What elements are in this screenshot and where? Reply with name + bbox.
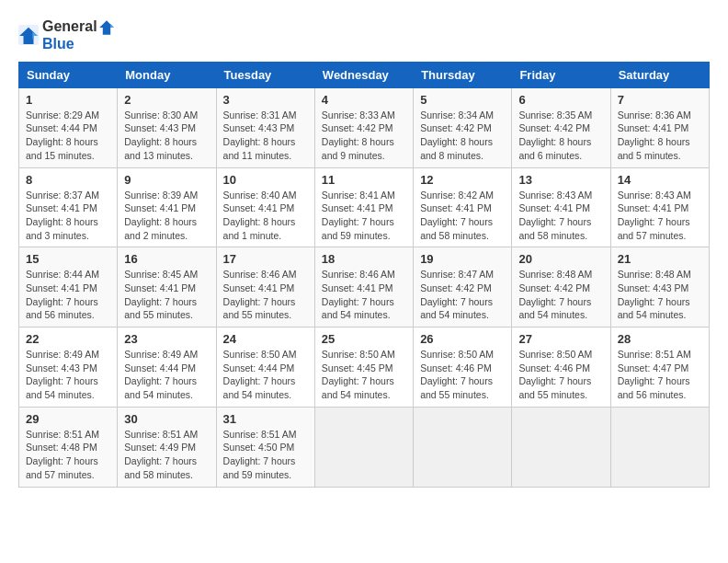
day-number: 12 (420, 173, 505, 187)
calendar-cell: 25Sunrise: 8:50 AMSunset: 4:45 PMDayligh… (314, 327, 413, 408)
calendar-cell: 27Sunrise: 8:50 AMSunset: 4:46 PMDayligh… (512, 327, 610, 408)
day-detail: Sunrise: 8:48 AMSunset: 4:42 PMDaylight:… (518, 268, 603, 322)
weekday-header-row: SundayMondayTuesdayWednesdayThursdayFrid… (19, 62, 710, 87)
day-number: 18 (322, 252, 406, 266)
calendar-cell: 1Sunrise: 8:29 AMSunset: 4:44 PMDaylight… (19, 87, 118, 167)
day-number: 9 (124, 173, 209, 187)
logo-text: GeneralBlue (42, 18, 116, 52)
day-number: 26 (420, 332, 505, 346)
calendar-week-3: 15Sunrise: 8:44 AMSunset: 4:41 PMDayligh… (19, 247, 710, 327)
weekday-header-tuesday: Tuesday (216, 62, 314, 87)
day-number: 16 (124, 252, 209, 266)
calendar-cell: 6Sunrise: 8:35 AMSunset: 4:42 PMDaylight… (512, 87, 610, 167)
calendar-cell (610, 407, 709, 487)
calendar-cell: 18Sunrise: 8:46 AMSunset: 4:41 PMDayligh… (314, 247, 413, 327)
day-detail: Sunrise: 8:46 AMSunset: 4:41 PMDaylight:… (223, 268, 308, 322)
weekday-header-wednesday: Wednesday (314, 62, 413, 87)
day-number: 15 (26, 252, 110, 266)
calendar-cell: 10Sunrise: 8:40 AMSunset: 4:41 PMDayligh… (216, 167, 314, 247)
calendar-cell: 7Sunrise: 8:36 AMSunset: 4:41 PMDaylight… (610, 87, 709, 167)
day-detail: Sunrise: 8:37 AMSunset: 4:41 PMDaylight:… (26, 189, 110, 243)
day-detail: Sunrise: 8:49 AMSunset: 4:43 PMDaylight:… (26, 348, 110, 402)
day-number: 31 (223, 412, 308, 426)
day-number: 2 (124, 93, 209, 107)
day-number: 23 (124, 332, 209, 346)
day-number: 7 (618, 93, 702, 107)
day-detail: Sunrise: 8:42 AMSunset: 4:41 PMDaylight:… (420, 189, 505, 243)
day-number: 20 (518, 252, 603, 266)
day-number: 3 (223, 93, 308, 107)
calendar-cell: 30Sunrise: 8:51 AMSunset: 4:49 PMDayligh… (118, 407, 216, 487)
day-number: 21 (618, 252, 702, 266)
logo: GeneralBlue (18, 18, 116, 52)
day-detail: Sunrise: 8:50 AMSunset: 4:45 PMDaylight:… (322, 348, 406, 402)
day-detail: Sunrise: 8:35 AMSunset: 4:42 PMDaylight:… (518, 109, 603, 163)
weekday-header-monday: Monday (118, 62, 216, 87)
day-number: 4 (322, 93, 406, 107)
logo-icon (18, 25, 39, 45)
day-detail: Sunrise: 8:31 AMSunset: 4:43 PMDaylight:… (223, 109, 308, 163)
calendar-cell: 4Sunrise: 8:33 AMSunset: 4:42 PMDaylight… (314, 87, 413, 167)
calendar-cell: 21Sunrise: 8:48 AMSunset: 4:43 PMDayligh… (610, 247, 709, 327)
day-number: 25 (322, 332, 406, 346)
calendar-week-4: 22Sunrise: 8:49 AMSunset: 4:43 PMDayligh… (19, 327, 710, 408)
calendar-table: SundayMondayTuesdayWednesdayThursdayFrid… (18, 62, 710, 488)
calendar-cell (414, 407, 512, 487)
day-detail: Sunrise: 8:46 AMSunset: 4:41 PMDaylight:… (322, 268, 406, 322)
day-detail: Sunrise: 8:50 AMSunset: 4:46 PMDaylight:… (420, 348, 505, 402)
day-detail: Sunrise: 8:51 AMSunset: 4:50 PMDaylight:… (223, 428, 308, 482)
calendar-cell: 31Sunrise: 8:51 AMSunset: 4:50 PMDayligh… (216, 407, 314, 487)
day-detail: Sunrise: 8:51 AMSunset: 4:48 PMDaylight:… (26, 428, 110, 482)
calendar-cell: 2Sunrise: 8:30 AMSunset: 4:43 PMDaylight… (118, 87, 216, 167)
day-detail: Sunrise: 8:48 AMSunset: 4:43 PMDaylight:… (618, 268, 702, 322)
day-detail: Sunrise: 8:47 AMSunset: 4:42 PMDaylight:… (420, 268, 505, 322)
svg-marker-4 (110, 24, 114, 30)
weekday-header-friday: Friday (512, 62, 610, 87)
calendar-cell: 3Sunrise: 8:31 AMSunset: 4:43 PMDaylight… (216, 87, 314, 167)
calendar-cell: 24Sunrise: 8:50 AMSunset: 4:44 PMDayligh… (216, 327, 314, 408)
day-detail: Sunrise: 8:51 AMSunset: 4:49 PMDaylight:… (124, 428, 209, 482)
calendar-cell: 9Sunrise: 8:39 AMSunset: 4:41 PMDaylight… (118, 167, 216, 247)
day-number: 8 (26, 173, 110, 187)
calendar-cell: 13Sunrise: 8:43 AMSunset: 4:41 PMDayligh… (512, 167, 610, 247)
calendar-cell: 11Sunrise: 8:41 AMSunset: 4:41 PMDayligh… (314, 167, 413, 247)
day-detail: Sunrise: 8:41 AMSunset: 4:41 PMDaylight:… (322, 189, 406, 243)
header: GeneralBlue (18, 18, 710, 52)
day-number: 28 (618, 332, 702, 346)
day-detail: Sunrise: 8:36 AMSunset: 4:41 PMDaylight:… (618, 109, 702, 163)
weekday-header-saturday: Saturday (610, 62, 709, 87)
day-detail: Sunrise: 8:43 AMSunset: 4:41 PMDaylight:… (518, 189, 603, 243)
day-detail: Sunrise: 8:49 AMSunset: 4:44 PMDaylight:… (124, 348, 209, 402)
day-detail: Sunrise: 8:50 AMSunset: 4:44 PMDaylight:… (223, 348, 308, 402)
day-number: 10 (223, 173, 308, 187)
calendar-week-5: 29Sunrise: 8:51 AMSunset: 4:48 PMDayligh… (19, 407, 710, 487)
day-detail: Sunrise: 8:43 AMSunset: 4:41 PMDaylight:… (618, 189, 702, 243)
day-number: 19 (420, 252, 505, 266)
day-detail: Sunrise: 8:44 AMSunset: 4:41 PMDaylight:… (26, 268, 110, 322)
calendar-cell: 17Sunrise: 8:46 AMSunset: 4:41 PMDayligh… (216, 247, 314, 327)
calendar-cell: 28Sunrise: 8:51 AMSunset: 4:47 PMDayligh… (610, 327, 709, 408)
calendar-cell: 16Sunrise: 8:45 AMSunset: 4:41 PMDayligh… (118, 247, 216, 327)
calendar-cell: 23Sunrise: 8:49 AMSunset: 4:44 PMDayligh… (118, 327, 216, 408)
day-number: 17 (223, 252, 308, 266)
calendar-cell: 29Sunrise: 8:51 AMSunset: 4:48 PMDayligh… (19, 407, 118, 487)
calendar-cell: 5Sunrise: 8:34 AMSunset: 4:42 PMDaylight… (414, 87, 512, 167)
calendar-cell (512, 407, 610, 487)
day-number: 5 (420, 93, 505, 107)
calendar-cell (314, 407, 413, 487)
calendar-cell: 26Sunrise: 8:50 AMSunset: 4:46 PMDayligh… (414, 327, 512, 408)
day-detail: Sunrise: 8:51 AMSunset: 4:47 PMDaylight:… (618, 348, 702, 402)
weekday-header-thursday: Thursday (414, 62, 512, 87)
day-detail: Sunrise: 8:50 AMSunset: 4:46 PMDaylight:… (518, 348, 603, 402)
calendar-cell: 8Sunrise: 8:37 AMSunset: 4:41 PMDaylight… (19, 167, 118, 247)
day-number: 22 (26, 332, 110, 346)
calendar-cell: 12Sunrise: 8:42 AMSunset: 4:41 PMDayligh… (414, 167, 512, 247)
day-detail: Sunrise: 8:33 AMSunset: 4:42 PMDaylight:… (322, 109, 406, 163)
day-detail: Sunrise: 8:34 AMSunset: 4:42 PMDaylight:… (420, 109, 505, 163)
calendar-week-1: 1Sunrise: 8:29 AMSunset: 4:44 PMDaylight… (19, 87, 710, 167)
calendar-cell: 22Sunrise: 8:49 AMSunset: 4:43 PMDayligh… (19, 327, 118, 408)
weekday-header-sunday: Sunday (19, 62, 118, 87)
day-detail: Sunrise: 8:39 AMSunset: 4:41 PMDaylight:… (124, 189, 209, 243)
day-number: 14 (618, 173, 702, 187)
day-detail: Sunrise: 8:30 AMSunset: 4:43 PMDaylight:… (124, 109, 209, 163)
